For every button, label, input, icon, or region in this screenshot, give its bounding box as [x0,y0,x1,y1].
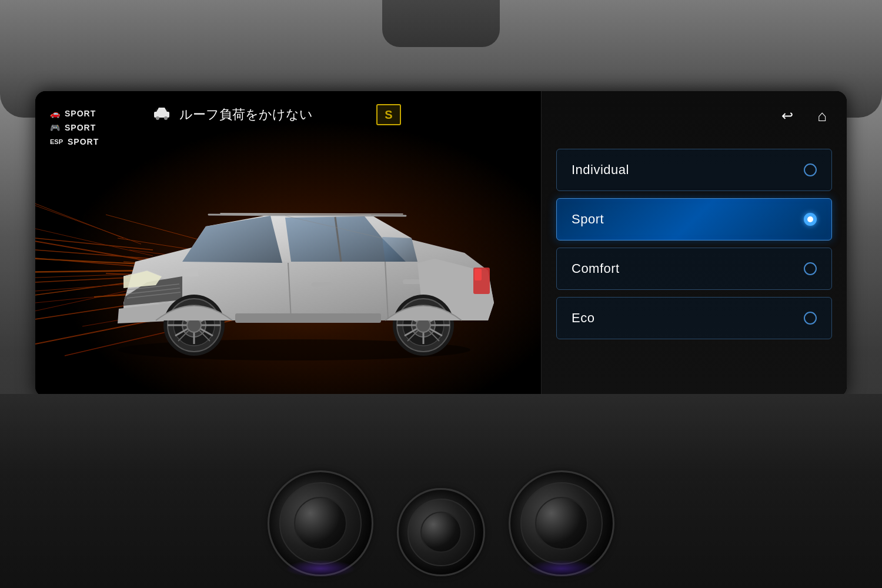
individual-label: Individual [572,162,629,178]
svg-point-31 [164,116,168,120]
nav-icons: ↩ ⌂ [774,103,835,129]
left-panel: 🚗 SPORT 🎮 SPORT ESP SPORT [35,91,547,397]
car-visual [53,156,535,379]
left-vent [268,470,373,576]
vents-container [268,470,614,576]
drive-mode-eco[interactable]: Eco [556,297,832,339]
suspension-label: SPORT [65,109,96,118]
comfort-label: Comfort [572,261,620,276]
dashboard-center-bump [382,0,500,47]
dashboard: 🚗 SPORT 🎮 SPORT ESP SPORT [0,0,882,588]
s-mode-badge: S [376,104,401,125]
header-center: ルーフ負荷をかけない [153,106,313,123]
right-vent-glow [526,560,597,577]
back-icon: ↩ [781,108,793,124]
right-vent-center [535,497,588,550]
drive-mode-individual[interactable]: Individual [556,149,832,191]
left-vent-glow [285,560,356,577]
center-vent-inner [407,499,475,566]
left-vent-inner [279,482,362,564]
right-panel: ↩ ⌂ Individual Sport Comfort [541,91,847,397]
dashboard-bottom [0,394,882,588]
comfort-radio [804,262,817,275]
svg-rect-41 [312,282,332,287]
sport-label: Sport [572,212,604,227]
car-roof-icon [153,106,171,123]
svg-rect-28 [154,112,169,118]
eco-radio [804,312,817,325]
svg-line-35 [209,215,406,216]
steering-icon: 🎮 [50,123,60,132]
screen: 🚗 SPORT 🎮 SPORT ESP SPORT [35,91,847,397]
esp-label: SPORT [68,137,99,146]
status-indicators: 🚗 SPORT 🎮 SPORT ESP SPORT [50,109,99,146]
status-item-steering: 🎮 SPORT [50,123,99,132]
svg-marker-29 [156,108,167,112]
drive-mode-sport[interactable]: Sport [556,198,832,240]
suspension-icon: 🚗 [50,109,60,118]
header-title: ルーフ負荷をかけない [179,106,313,123]
svg-point-30 [156,116,159,120]
car-image [65,168,523,368]
right-vent-inner [520,482,603,564]
center-vent-center [420,512,462,553]
s-badge-label: S [385,108,392,122]
screen-container: 🚗 SPORT 🎮 SPORT ESP SPORT [35,91,847,397]
svg-line-36 [220,213,403,214]
sport-radio [804,213,817,226]
svg-rect-71 [235,313,381,323]
esp-icon: ESP [50,138,63,145]
left-vent-center [294,497,347,550]
eco-label: Eco [572,310,594,326]
status-item-esp: ESP SPORT [50,137,99,146]
back-button[interactable]: ↩ [774,103,800,129]
home-button[interactable]: ⌂ [809,103,835,129]
home-icon: ⌂ [817,107,827,125]
steering-label: SPORT [65,123,96,132]
center-vent [397,488,485,576]
drive-mode-comfort[interactable]: Comfort [556,248,832,290]
right-vent [509,470,614,576]
svg-rect-48 [475,269,482,280]
individual-radio [804,163,817,176]
status-item-suspension: 🚗 SPORT [50,109,99,118]
